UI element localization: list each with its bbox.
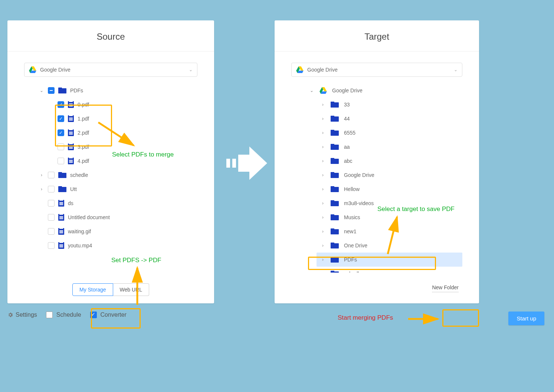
file-label: youtu.mp4 — [68, 243, 92, 248]
folder-icon — [331, 214, 339, 220]
folder-icon — [331, 271, 339, 273]
target-panel: Target Google Drive ⌄ ⌄ Google Drive ›33… — [275, 20, 479, 303]
tree-folder[interactable]: ›6555 — [317, 126, 462, 140]
chevron-right-icon[interactable]: › — [320, 201, 325, 206]
tree-file[interactable]: waiting.gif — [39, 224, 197, 238]
checkbox[interactable]: ✓ — [58, 115, 64, 122]
svg-rect-4 — [232, 159, 236, 168]
tree-file[interactable]: ✓ 1.pdf — [49, 112, 197, 126]
tree-file[interactable]: ✓ 2.pdf — [49, 126, 197, 140]
tree-folder[interactable]: ›Hellow — [317, 182, 462, 196]
file-label: 1.pdf — [78, 116, 89, 122]
tree-folder[interactable]: ›Google Drive — [317, 168, 462, 182]
tree-folder[interactable]: ›abc — [317, 154, 462, 168]
schedule-label: Schedule — [56, 312, 81, 318]
annotation-text: Select PDFs to merge — [112, 151, 174, 158]
checkbox[interactable] — [58, 158, 64, 164]
file-label: 2.pdf — [78, 130, 89, 136]
folder-icon — [331, 186, 339, 192]
chevron-right-icon[interactable]: › — [320, 271, 325, 273]
checkbox[interactable] — [48, 214, 55, 221]
checkbox[interactable] — [48, 242, 55, 249]
checkbox[interactable]: ✓ — [58, 101, 64, 108]
chevron-right-icon[interactable]: › — [320, 215, 325, 220]
tree-folder[interactable]: ›new1 — [317, 224, 462, 238]
checkbox[interactable] — [46, 312, 53, 318]
tree-folder[interactable]: › Utt — [39, 182, 197, 196]
file-label: 4.pdf — [78, 158, 89, 164]
tree-folder[interactable]: ›PDFs — [317, 253, 462, 267]
tree-file[interactable]: Untitled document — [39, 210, 197, 224]
folder-label: 33 — [344, 102, 350, 108]
tree-folder[interactable]: ›33 — [317, 98, 462, 112]
file-label: 3.pdf — [78, 144, 89, 150]
annotation-text: Start merging PDFs — [338, 314, 393, 322]
file-label: waiting.gif — [68, 228, 91, 234]
tree-folder[interactable]: ›One Drive — [317, 238, 462, 253]
file-label: Untitled document — [68, 214, 110, 220]
folder-icon — [331, 172, 339, 178]
checkbox[interactable] — [90, 312, 97, 318]
new-folder-link[interactable]: New Folder — [432, 284, 459, 292]
checkbox[interactable] — [58, 144, 64, 150]
chevron-right-icon[interactable]: › — [320, 257, 325, 262]
folder-label: schedle — [70, 172, 88, 178]
converter-toggle[interactable]: Converter — [90, 312, 127, 318]
folder-label: PDFs — [70, 88, 83, 93]
tree-folder[interactable]: ›schedle — [317, 267, 462, 273]
startup-button[interactable]: Start up — [508, 312, 544, 325]
chevron-right-icon[interactable]: › — [320, 229, 325, 234]
annotation-text: Set PDFS -> PDF — [111, 257, 161, 264]
google-drive-icon — [319, 87, 327, 94]
chevron-right-icon[interactable]: › — [320, 130, 325, 135]
converter-label: Converter — [101, 312, 127, 318]
tab-my-storage[interactable]: My Storage — [72, 283, 113, 296]
chevron-right-icon[interactable]: › — [320, 144, 325, 149]
folder-icon — [331, 257, 339, 263]
root-label: Google Drive — [332, 88, 363, 93]
source-panel: Source Google Drive ⌄ ⌄ PDFs ✓ 0.pdf — [7, 20, 214, 303]
transfer-arrow-icon — [226, 146, 267, 180]
chevron-down-icon[interactable]: ⌄ — [309, 88, 314, 93]
folder-label: Hellow — [344, 186, 360, 192]
tree-file[interactable]: youtu.mp4 — [39, 238, 197, 253]
tree-file[interactable]: ds — [39, 196, 197, 210]
chevron-right-icon[interactable]: › — [39, 187, 44, 192]
tree-folder[interactable]: ›aa — [317, 140, 462, 154]
chevron-right-icon[interactable]: › — [39, 172, 44, 178]
chevron-right-icon[interactable]: › — [320, 102, 325, 107]
source-drive-select[interactable]: Google Drive ⌄ — [24, 63, 197, 77]
tree-file[interactable]: ✓ 0.pdf — [49, 98, 197, 112]
chevron-down-icon[interactable]: ⌄ — [39, 88, 44, 93]
tree-folder-pdfs[interactable]: ⌄ PDFs — [39, 83, 197, 98]
checkbox[interactable] — [48, 186, 55, 192]
folder-label: aa — [344, 144, 350, 150]
chevron-right-icon[interactable]: › — [320, 158, 325, 164]
tree-root[interactable]: ⌄ Google Drive — [305, 83, 462, 98]
annotation-arrow-icon — [406, 313, 442, 325]
chevron-right-icon[interactable]: › — [320, 116, 325, 121]
folder-label: 6555 — [344, 130, 355, 136]
checkbox[interactable] — [48, 228, 55, 235]
gear-icon — [7, 312, 13, 318]
annotation-highlight — [442, 309, 479, 327]
folder-icon — [331, 158, 339, 164]
tree-folder[interactable]: ›44 — [317, 112, 462, 126]
tree-folder[interactable]: › schedle — [39, 168, 197, 182]
chevron-right-icon[interactable]: › — [320, 187, 325, 192]
settings-link[interactable]: Settings — [7, 312, 37, 318]
file-icon — [58, 242, 64, 249]
checkbox[interactable] — [48, 172, 55, 178]
chevron-right-icon[interactable]: › — [320, 172, 325, 178]
folder-icon — [331, 200, 339, 206]
target-drive-select[interactable]: Google Drive ⌄ — [291, 63, 462, 77]
checkbox[interactable] — [48, 200, 55, 207]
tab-web-url[interactable]: Web URL — [113, 283, 149, 296]
checkbox[interactable]: ✓ — [58, 129, 64, 136]
source-tree: ⌄ PDFs ✓ 0.pdf ✓ 1.pdf — [24, 83, 197, 253]
checkbox-partial[interactable] — [48, 87, 55, 94]
folder-icon — [331, 102, 339, 108]
bottom-toolbar: Settings Schedule Converter — [7, 312, 127, 318]
schedule-toggle[interactable]: Schedule — [46, 312, 81, 318]
chevron-right-icon[interactable]: › — [320, 243, 325, 248]
